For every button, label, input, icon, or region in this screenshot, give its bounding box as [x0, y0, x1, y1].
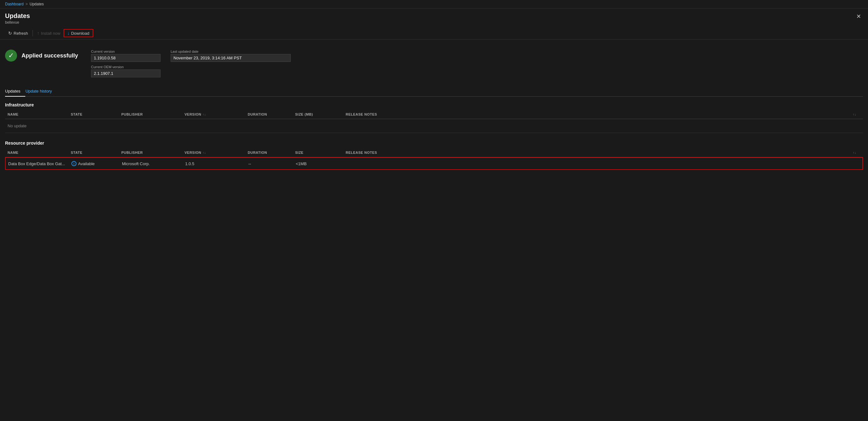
current-version-value: 1.1910.0.58 [91, 54, 160, 62]
resource-provider-table: NAME STATE PUBLISHER VERSION ↑↓ DURATION… [5, 148, 863, 170]
available-icon: i [71, 161, 76, 166]
th-duration: DURATION [245, 111, 292, 118]
breadcrumb: Dashboard > Updates [0, 0, 868, 8]
no-update-text: No update [5, 121, 68, 131]
download-button[interactable]: ↓ Download [63, 29, 93, 37]
refresh-label: Refresh [13, 31, 28, 36]
status-bar: ✓ Applied successfully Current version 1… [5, 44, 863, 83]
version-sort-icon[interactable]: ↑↓ [203, 113, 206, 116]
available-badge: i Available [71, 161, 117, 166]
rp-th-sort-extra: ↑↓ [850, 150, 863, 156]
install-now-button[interactable]: ↑ Install now [34, 29, 63, 37]
infrastructure-no-update-row: No update [5, 119, 863, 133]
rp-th-version: VERSION ↑↓ [182, 150, 245, 156]
last-updated-label: Last updated date [170, 50, 291, 53]
toolbar-separator [33, 30, 33, 36]
applied-text: Applied successfully [22, 53, 78, 59]
page-title: Updates [5, 12, 30, 20]
panel-subtitle: bellevue [5, 20, 30, 25]
panel-header: Updates bellevue ✕ [0, 8, 868, 27]
rp-th-state: STATE [68, 150, 119, 156]
th-sort-extra: ↑↓ [850, 111, 863, 118]
current-oem-group: Current OEM version 2.1.1907.1 [91, 65, 160, 77]
rp-th-release-notes: RELEASE NOTES [343, 150, 850, 156]
rp-row-version: 1.0.5 [183, 160, 246, 167]
breadcrumb-separator: > [26, 2, 28, 6]
status-fields-right: Last updated date November 23, 2019, 3:1… [170, 50, 291, 62]
success-icon: ✓ [5, 50, 17, 62]
th-publisher: PUBLISHER [119, 111, 182, 118]
rp-row-release-notes [344, 162, 850, 165]
breadcrumb-current: Updates [30, 2, 44, 6]
status-left: ✓ Applied successfully [5, 50, 81, 62]
th-version: VERSION ↑↓ [182, 111, 245, 118]
tabs: Updates Update history [5, 86, 863, 97]
th-name: NAME [5, 111, 68, 118]
current-oem-value: 2.1.1907.1 [91, 69, 160, 77]
infrastructure-table-header: NAME STATE PUBLISHER VERSION ↑↓ DURATION… [5, 110, 863, 119]
rp-th-publisher: PUBLISHER [119, 150, 182, 156]
rp-table-header: NAME STATE PUBLISHER VERSION ↑↓ DURATION… [5, 148, 863, 157]
rp-row-publisher: Microsoft Corp. [119, 160, 183, 167]
infrastructure-table: NAME STATE PUBLISHER VERSION ↑↓ DURATION… [5, 110, 863, 133]
panel-title-block: Updates bellevue [5, 12, 30, 25]
refresh-icon: ↻ [8, 31, 12, 36]
install-icon: ↑ [37, 31, 39, 36]
current-version-label: Current version [91, 50, 160, 53]
rp-row-state: i Available [69, 160, 119, 167]
tab-update-history[interactable]: Update history [25, 86, 57, 97]
last-updated-value: November 23, 2019, 3:14:16 AM PST [170, 54, 291, 62]
th-release-notes: RELEASE NOTES [343, 111, 850, 118]
refresh-button[interactable]: ↻ Refresh [5, 29, 31, 37]
close-button[interactable]: ✕ [855, 12, 863, 21]
rp-th-size: SIZE [292, 150, 343, 156]
tab-updates[interactable]: Updates [5, 86, 25, 97]
rp-row-duration: -- [246, 160, 293, 167]
th-state: STATE [68, 111, 119, 118]
extra-sort-icon[interactable]: ↑↓ [853, 113, 856, 116]
main-content: ✓ Applied successfully Current version 1… [0, 39, 868, 170]
toolbar: ↻ Refresh ↑ Install now ↓ Download [0, 27, 868, 39]
rp-th-duration: DURATION [245, 150, 292, 156]
infrastructure-title: Infrastructure [5, 102, 863, 107]
rp-row-name: Data Box Edge/Data Box Gat... [6, 160, 69, 167]
th-size-mb: SIZE (MB) [292, 111, 343, 118]
rp-extra-sort-icon[interactable]: ↑↓ [853, 151, 856, 155]
current-version-group: Current version 1.1910.0.58 [91, 50, 160, 62]
breadcrumb-dashboard[interactable]: Dashboard [5, 2, 24, 6]
download-icon: ↓ [67, 31, 69, 36]
rp-row-extra [850, 162, 862, 165]
install-label: Install now [41, 31, 60, 36]
infrastructure-section: Infrastructure NAME STATE PUBLISHER VERS… [5, 102, 863, 133]
status-fields: Current version 1.1910.0.58 Current OEM … [91, 50, 160, 77]
rp-th-name: NAME [5, 150, 68, 156]
last-updated-group: Last updated date November 23, 2019, 3:1… [170, 50, 291, 62]
resource-provider-title: Resource provider [5, 140, 863, 145]
table-row[interactable]: Data Box Edge/Data Box Gat... i Availabl… [5, 157, 863, 170]
download-label: Download [71, 31, 89, 36]
rp-version-sort-icon[interactable]: ↑↓ [203, 151, 206, 155]
resource-provider-section: Resource provider NAME STATE PUBLISHER V… [5, 140, 863, 170]
rp-row-size: <1MB [293, 160, 344, 167]
available-text: Available [78, 161, 95, 166]
current-oem-label: Current OEM version [91, 65, 160, 69]
